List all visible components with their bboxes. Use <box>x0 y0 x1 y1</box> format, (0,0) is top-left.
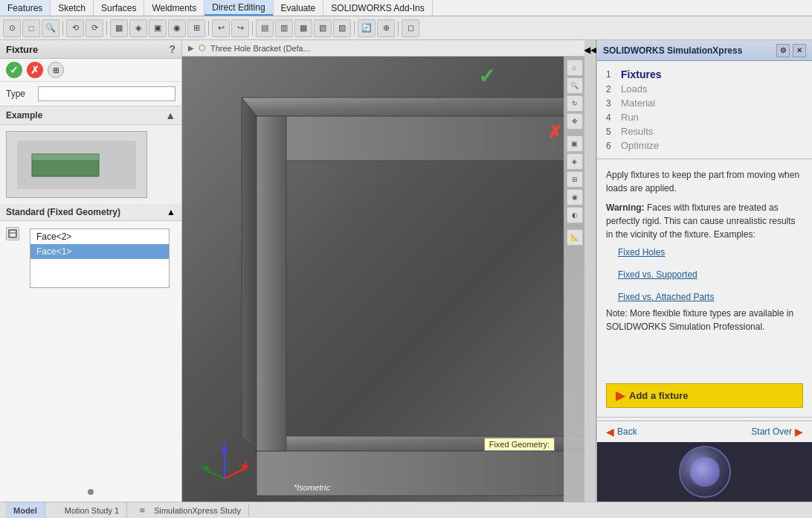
viewport-bg[interactable]: ✓ ✗ Fixed Geometry: *Isometric Z X Y <box>182 57 584 502</box>
vp-color-btn[interactable]: ◐ <box>567 207 583 223</box>
vp-hide-btn[interactable]: ◉ <box>567 189 583 205</box>
link-fixed-holes[interactable]: Fixed Holes <box>618 247 803 258</box>
svg-text:Z: Z <box>222 441 227 449</box>
toolbar-btn-11[interactable]: ↩ <box>212 19 230 37</box>
right-panel-container: ◀◀ SOLIDWORKS SimulationXpress ⚙ ✕ 1 Fix… <box>584 40 812 502</box>
toolbar-btn-5[interactable]: ⟳ <box>86 19 103 37</box>
links-area: Fixed Holes Fixed vs. Supported Fixed vs… <box>618 247 803 302</box>
vp-pan-btn[interactable]: ✥ <box>567 113 583 130</box>
panel-settings-btn[interactable]: ⚙ <box>776 44 790 57</box>
svg-text:X: X <box>243 459 248 467</box>
svg-marker-6 <box>242 97 584 116</box>
vp-shading-btn[interactable]: ◈ <box>567 153 583 170</box>
face-item-1[interactable]: Face<2> <box>30 229 169 244</box>
step-1: 1 Fixtures <box>606 67 803 82</box>
toolbar-btn-14[interactable]: ▥ <box>275 19 293 37</box>
toolbar-btn-20[interactable]: ◻ <box>402 19 419 37</box>
viewport[interactable]: ▶ ⬡ Three Hole Bracket (Defa... <box>182 40 584 502</box>
panel-close-btn[interactable]: ✕ <box>793 44 806 57</box>
isometric-label: *Isometric <box>294 483 330 492</box>
step-4-label[interactable]: Run <box>621 112 639 123</box>
menu-features[interactable]: Features <box>0 0 51 16</box>
toolbar-btn-13[interactable]: ▤ <box>256 19 274 37</box>
step-2-num: 2 <box>606 84 616 95</box>
vp-section-btn[interactable]: ⊞ <box>567 171 583 188</box>
pin-button[interactable]: ⊞ <box>48 62 64 78</box>
toolbar-btn-3[interactable]: 🔍 <box>42 19 59 37</box>
toolbar-btn-2[interactable]: □ <box>22 19 40 37</box>
face-picker-icon[interactable] <box>6 227 19 240</box>
vp-home-btn[interactable]: ⌂ <box>567 60 583 76</box>
step-6-num: 6 <box>606 141 616 151</box>
step-5-num: 5 <box>606 127 616 137</box>
toolbar-btn-12[interactable]: ↪ <box>231 19 249 37</box>
tab-simulation[interactable]: SimulationXpress Study <box>146 505 249 517</box>
face-list: Face<2> Face<1> <box>30 228 170 288</box>
help-icon[interactable]: ? <box>169 43 175 55</box>
note-text: Note: More flexible fixture types are av… <box>606 307 803 333</box>
toolbar-btn-19[interactable]: ⊕ <box>377 19 395 37</box>
start-over-button[interactable]: Start Over ▶ <box>751 426 803 438</box>
link-fixed-attached[interactable]: Fixed vs. Attached Parts <box>618 292 803 302</box>
menu-evaluate[interactable]: Evaluate <box>274 0 324 16</box>
tab-motion-study[interactable]: Motion Study 1 <box>57 502 127 518</box>
toolbar-btn-7[interactable]: ◈ <box>129 19 147 37</box>
vp-zoom-btn[interactable]: 🔍 <box>567 77 583 94</box>
left-panel-header: Fixture ? <box>0 40 181 59</box>
svg-text:Y: Y <box>200 462 204 470</box>
step-1-label[interactable]: Fixtures <box>621 68 661 80</box>
toolbar-sep-6 <box>398 21 399 36</box>
cancel-button[interactable]: ✗ <box>27 62 43 78</box>
example-section-header[interactable]: Example ▲ <box>0 106 181 125</box>
fixture-title: Fixture <box>6 44 38 55</box>
example-area <box>0 125 181 204</box>
steps-area: 1 Fixtures 2 Loads 3 Material 4 Run <box>597 61 812 156</box>
right-panel: SOLIDWORKS SimulationXpress ⚙ ✕ 1 Fixtur… <box>596 40 812 502</box>
collapse-panel-btn[interactable]: ◀◀ <box>584 40 596 502</box>
status-bar: Model Motion Study 1 ≋ SimulationXpress … <box>0 502 812 518</box>
menu-surfaces[interactable]: Surfaces <box>94 0 144 16</box>
example-preview <box>6 131 147 198</box>
back-icon: ◀ <box>606 426 614 438</box>
type-input[interactable] <box>38 86 175 101</box>
toolbar-btn-1[interactable]: ⊙ <box>3 19 21 37</box>
toolbar-btn-9[interactable]: ◉ <box>168 19 186 37</box>
std-title: Standard (Fixed Geometry) <box>6 207 120 217</box>
toolbar-btn-15[interactable]: ▦ <box>294 19 312 37</box>
step-5-label[interactable]: Results <box>621 126 653 137</box>
warning-text: Warning: Faces with fixtures are treated… <box>606 201 803 241</box>
step-3-num: 3 <box>606 98 616 109</box>
tab-model[interactable]: Model <box>6 502 45 518</box>
camera-widget <box>597 442 812 502</box>
part-icon: ⬡ <box>199 43 206 53</box>
toolbar-btn-10[interactable]: ⊞ <box>187 19 205 37</box>
menu-weldments[interactable]: Weldments <box>144 0 204 16</box>
ok-button[interactable]: ✓ <box>6 62 22 78</box>
toolbar-btn-6[interactable]: ▦ <box>110 19 128 37</box>
toolbar-sep-2 <box>106 21 107 36</box>
step-6-label[interactable]: Optimize <box>621 140 659 151</box>
back-button[interactable]: ◀ Back <box>606 426 637 438</box>
description-text: Apply fixtures to keep the part from mov… <box>606 168 803 195</box>
toolbar-btn-17[interactable]: ▨ <box>333 19 351 37</box>
vp-rotate-btn[interactable]: ↻ <box>567 95 583 112</box>
svg-marker-13 <box>257 116 286 451</box>
sim-icon: ≋ <box>139 506 145 514</box>
menu-sketch[interactable]: Sketch <box>51 0 94 16</box>
toolbar-btn-8[interactable]: ▣ <box>149 19 167 37</box>
fixed-geo-tooltip: Fixed Geometry: <box>484 438 555 451</box>
right-panel-title: SOLIDWORKS SimulationXpress <box>603 45 742 56</box>
vp-measure-btn[interactable]: 📐 <box>567 229 583 246</box>
vp-display-btn[interactable]: ▣ <box>567 135 583 152</box>
step-2-label[interactable]: Loads <box>621 83 647 95</box>
link-fixed-supported[interactable]: Fixed vs. Supported <box>618 269 803 280</box>
toolbar-btn-16[interactable]: ▧ <box>314 19 332 37</box>
add-fixture-button[interactable]: ▶ Add a fixture <box>606 383 803 408</box>
menu-solidworks-addins[interactable]: SOLIDWORKS Add-Ins <box>323 0 432 16</box>
step-3-label[interactable]: Material <box>621 97 655 109</box>
face-item-2[interactable]: Face<1> <box>30 244 169 259</box>
std-section-header[interactable]: Standard (Fixed Geometry) ▲ <box>0 204 181 221</box>
toolbar-btn-4[interactable]: ⟲ <box>66 19 84 37</box>
menu-direct-editing[interactable]: Direct Editing <box>204 0 273 16</box>
toolbar-btn-18[interactable]: 🔄 <box>358 19 376 37</box>
